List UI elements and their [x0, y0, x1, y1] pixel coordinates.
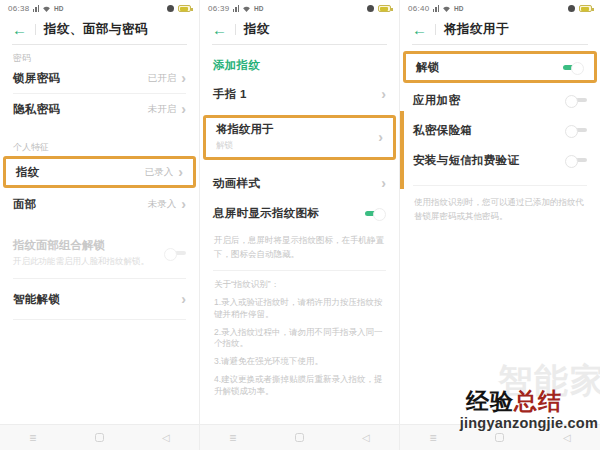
row-status-text: 未录入 — [148, 198, 177, 211]
page-title: 将指纹用于 — [444, 21, 509, 38]
alarm-icon — [367, 5, 374, 12]
fingerprint-tips: 关于“指纹识别”： 1.录入或验证指纹时，请稍许用力按压指纹按键并稍作停留。 2… — [200, 279, 399, 398]
combo-unlock-toggle — [164, 247, 186, 259]
chevron-right-icon — [178, 165, 183, 179]
home-icon[interactable] — [495, 433, 504, 442]
row-status-text: 未开启 — [148, 103, 177, 116]
highlight-box-fingerprint: 指纹 已录入 — [3, 156, 196, 188]
row-fingerprint[interactable]: 指纹 已录入 — [6, 159, 193, 185]
row-subtitle: 开启此功能需启用人脸和指纹解锁。 — [13, 256, 164, 268]
header-divider — [235, 24, 236, 35]
header-divider — [435, 24, 436, 35]
chevron-right-icon — [381, 87, 386, 101]
nav-back-icon[interactable] — [563, 433, 571, 443]
divider — [12, 44, 187, 45]
watermark-title-red: 总结 — [514, 388, 562, 414]
row-status-text: 已录入 — [145, 166, 174, 179]
status-bar: 06:40 HD — [400, 0, 600, 14]
chevron-right-icon — [378, 130, 383, 144]
battery-icon — [378, 5, 391, 12]
hd-badge: HD — [54, 5, 63, 12]
row-private-safe[interactable]: 私密保险箱 — [400, 115, 600, 145]
highlight-box-use-fingerprint: 将指纹用于 解锁 — [203, 115, 396, 160]
chevron-right-icon — [381, 176, 386, 190]
wifi-icon — [42, 5, 51, 13]
page-header: 将指纹用于 — [400, 14, 600, 38]
app-encryption-toggle[interactable] — [565, 94, 587, 106]
private-safe-toggle[interactable] — [565, 124, 587, 136]
toggle-description: 开启后，息屏时将显示指纹图标，在手机静置下，图标会自动隐藏。 — [200, 228, 399, 262]
section-label-personal: 个人特征 — [0, 142, 199, 152]
section-label-password: 密码 — [0, 53, 199, 63]
row-subtitle: 解锁 — [216, 140, 378, 152]
back-icon[interactable] — [212, 22, 227, 37]
android-nav-bar — [0, 424, 199, 450]
recent-apps-icon[interactable] — [229, 432, 236, 444]
tips-title: 关于“指纹识别”： — [214, 279, 385, 291]
row-app-encryption[interactable]: 应用加密 — [400, 85, 600, 115]
row-lockscreen-password[interactable]: 锁屏密码 已开启 — [0, 63, 199, 93]
nav-back-icon[interactable] — [362, 433, 370, 443]
back-icon[interactable] — [412, 22, 427, 37]
battery-icon — [178, 5, 191, 12]
row-show-fingerprint-icon[interactable]: 息屏时显示指纹图标 — [200, 198, 399, 228]
recent-apps-icon[interactable] — [429, 432, 436, 444]
row-animation-style[interactable]: 动画样式 — [200, 168, 399, 198]
header-divider — [35, 24, 36, 35]
clock-text: 06:39 — [208, 4, 230, 13]
status-bar: 06:38 HD — [0, 0, 199, 14]
page-title: 指纹 — [244, 21, 270, 38]
install-sms-toggle[interactable] — [565, 154, 587, 166]
wifi-icon — [242, 5, 251, 13]
watermark-site-url: jingyanzongjie.com — [460, 415, 598, 431]
tip-item: 3.请避免在强光环境下使用。 — [214, 356, 385, 368]
add-fingerprint-link[interactable]: 添加指纹 — [200, 45, 399, 73]
hd-badge: HD — [454, 5, 463, 12]
watermark-title-black: 经验 — [466, 388, 514, 414]
annotation-bleed — [400, 111, 404, 189]
back-icon[interactable] — [12, 22, 27, 37]
row-smart-unlock[interactable]: 智能解锁 — [0, 279, 199, 319]
row-status-text: 已开启 — [148, 72, 177, 85]
recent-apps-icon[interactable] — [29, 432, 36, 444]
row-unlock[interactable]: 解锁 — [406, 54, 594, 80]
battery-icon — [579, 5, 592, 12]
highlight-box-unlock: 解锁 — [403, 51, 597, 83]
row-face[interactable]: 面部 未录入 — [0, 188, 199, 220]
wifi-icon — [442, 5, 451, 13]
page-header: 指纹 — [200, 14, 399, 38]
signal-icon — [433, 5, 440, 12]
nav-back-icon[interactable] — [162, 433, 170, 443]
signal-icon — [233, 5, 240, 12]
home-icon[interactable] — [295, 433, 304, 442]
row-use-fingerprint-for[interactable]: 将指纹用于 解锁 — [206, 118, 393, 157]
divider — [13, 319, 186, 320]
chevron-right-icon — [181, 71, 186, 85]
tip-item: 1.录入或验证指纹时，请稍许用力按压指纹按键并稍作停留。 — [214, 297, 385, 321]
page-header: 指纹、面部与密码 — [0, 14, 199, 38]
alarm-icon — [568, 5, 575, 12]
row-privacy-password[interactable]: 隐私密码 未开启 — [0, 94, 199, 124]
hd-badge: HD — [254, 5, 263, 12]
clock-text: 06:40 — [408, 4, 430, 13]
unlock-toggle[interactable] — [562, 61, 584, 73]
watermark-title: 经验总结 — [466, 386, 562, 417]
screen-fingerprint: 06:39 HD 指纹 添加指纹 手指 1 将指纹用于 解锁 动画样式 息屏时显 — [200, 0, 400, 450]
page-title: 指纹、面部与密码 — [44, 21, 148, 38]
row-combo-unlock: 指纹面部组合解锁 开启此功能需启用人脸和指纹解锁。 — [0, 234, 199, 272]
tip-item: 4.建议更换或者撕掉贴膜后重新录入指纹，提升解锁成功率。 — [214, 374, 385, 398]
divider — [213, 270, 386, 271]
alarm-icon — [167, 5, 174, 12]
divider — [413, 185, 587, 186]
signal-icon — [33, 5, 40, 12]
status-bar: 06:39 HD — [200, 0, 399, 14]
chevron-right-icon — [181, 292, 186, 306]
row-finger-1[interactable]: 手指 1 — [200, 79, 399, 109]
android-nav-bar — [200, 424, 399, 450]
screen-fingerprint-face-password: 06:38 HD 指纹、面部与密码 密码 锁屏密码 已开启 隐私密码 未开启 个… — [0, 0, 200, 450]
chevron-right-icon — [181, 102, 186, 116]
chevron-right-icon — [181, 197, 186, 211]
show-icon-toggle[interactable] — [364, 207, 386, 219]
home-icon[interactable] — [95, 433, 104, 442]
row-install-sms-verification[interactable]: 安装与短信扣费验证 — [400, 145, 600, 175]
